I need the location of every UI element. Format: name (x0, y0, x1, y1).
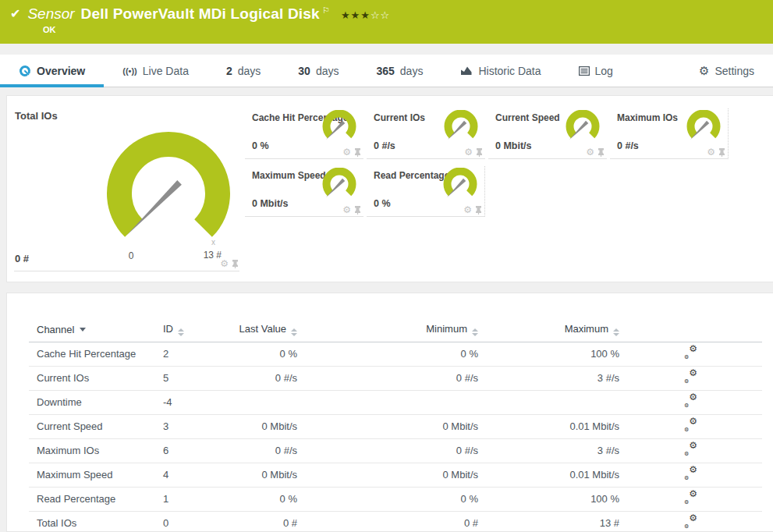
channel-maximum: 3 #/s (483, 438, 624, 463)
tab-live-data[interactable]: ((•)) Live Data (104, 55, 207, 87)
channel-id: -4 (163, 390, 232, 414)
secondary-gauges: Cache Hit Percentage 0 % ⚙ Current IOs 0… (245, 108, 773, 282)
tab-label: Live Data (143, 65, 189, 77)
gauge-tools: ⚙ (707, 147, 725, 158)
channel-last-value: 0 % (232, 487, 302, 511)
pin-icon[interactable] (354, 206, 361, 215)
tab-365-days[interactable]: 365 days (357, 55, 441, 87)
pin-icon[interactable] (718, 148, 725, 157)
pin-icon[interactable] (597, 148, 605, 157)
priority-stars[interactable]: ★★★☆☆ (341, 9, 390, 21)
chart-icon (460, 66, 473, 76)
tab-label: days (238, 65, 261, 77)
channel-maximum: 13 # (483, 511, 624, 532)
table-row: Cache Hit Percentage 2 0 % 0 % 100 % ⚙⚙ (29, 342, 762, 366)
tab-historic-data[interactable]: Historic Data (441, 55, 559, 87)
gear-icon[interactable]: ⚙ (463, 204, 472, 215)
channel-name[interactable]: Maximum IOs (29, 438, 163, 463)
channel-name[interactable]: Cache Hit Percentage (29, 342, 163, 366)
flag-icon[interactable]: ⚐ (322, 5, 330, 15)
tab-label: Overview (37, 65, 85, 77)
gear-icon[interactable]: ⚙ (342, 204, 351, 215)
mini-gauge (564, 110, 601, 146)
channel-name[interactable]: Read Percentage (29, 487, 163, 511)
tab-2-days[interactable]: 2 days (207, 55, 279, 87)
column-header-maximum[interactable]: Maximum (483, 321, 624, 342)
mini-gauge (685, 110, 722, 146)
gauge-tools: ⚙ (586, 147, 605, 158)
tab-label: Log (595, 65, 613, 77)
gauge-value: 0 #/s (374, 140, 395, 151)
gauge-cell-current-speed: Current Speed 0 Mbit/s ⚙ (488, 108, 607, 159)
gear-icon[interactable]: ⚙ (342, 147, 351, 158)
gear-icon[interactable]: ⚙ (586, 147, 594, 158)
channel-settings-icon[interactable]: ⚙⚙ (684, 395, 697, 407)
channel-settings-icon[interactable]: ⚙⚙ (684, 468, 697, 480)
pin-icon[interactable] (475, 206, 482, 215)
channel-name[interactable]: Current IOs (29, 366, 163, 390)
channel-id: 0 (163, 511, 232, 532)
gauge-tools: ⚙ (342, 147, 361, 158)
channel-settings-icon[interactable]: ⚙⚙ (684, 371, 697, 383)
channel-settings-icon[interactable]: ⚙⚙ (684, 444, 697, 456)
gear-icon[interactable]: ⚙ (220, 258, 229, 269)
channel-name[interactable]: Current Speed (29, 414, 163, 438)
table-row: Read Percentage 1 0 % 0 % 100 % ⚙⚙ (29, 487, 762, 511)
pin-icon[interactable] (476, 148, 483, 157)
tab-log[interactable]: Log (560, 55, 632, 87)
channel-last-value: 0 # (232, 511, 302, 532)
channel-minimum: 0 #/s (302, 366, 483, 390)
gear-icon[interactable]: ⚙ (464, 147, 473, 158)
column-header-last-value[interactable]: Last Value (232, 321, 302, 342)
tab-settings[interactable]: ⚙ Settings (680, 55, 773, 87)
gauge-cell-maximum-speed: Maximum Speed 0 Mbit/s ⚙ (245, 166, 363, 217)
ok-check-icon: ✔ (10, 6, 20, 21)
column-header-id[interactable]: ID (163, 321, 232, 342)
pin-icon[interactable] (354, 148, 361, 157)
channel-maximum: 0.01 Mbit/s (483, 414, 624, 438)
column-header-minimum[interactable]: Minimum (302, 321, 483, 342)
tab-30-days[interactable]: 30 days (279, 55, 357, 87)
gauge-value: 0 Mbit/s (252, 198, 289, 209)
gauge-tools: ⚙ (464, 147, 483, 158)
channel-id: 3 (163, 414, 232, 438)
gear-icon[interactable]: ⚙ (707, 147, 715, 158)
gauge-scale-max: 13 # (204, 250, 222, 261)
channel-id: 1 (163, 487, 232, 511)
tab-overview[interactable]: Overview (0, 55, 104, 87)
mini-gauge (321, 110, 358, 146)
channel-settings-icon[interactable]: ⚙⚙ (684, 492, 697, 504)
pin-icon[interactable] (232, 260, 239, 268)
channel-minimum: 0 #/s (302, 438, 483, 463)
channel-minimum: 0 % (302, 342, 483, 366)
broadcast-icon: ((•)) (122, 66, 137, 76)
gauge-cell-maximum-ios: Maximum IOs 0 #/s ⚙ (610, 108, 729, 159)
channel-minimum: 0 Mbit/s (302, 414, 483, 438)
gauge-label: Total IOs (15, 110, 58, 122)
gauge-cell-total-ios: Total IOs 0 x 13 # 0 # ⚙ (7, 96, 245, 282)
channels-panel: Channel ID Last Value Minimum Maximum Ca… (6, 293, 773, 532)
gauge-cell-current-ios: Current IOs 0 #/s ⚙ (367, 108, 485, 159)
channel-maximum (483, 390, 624, 414)
channel-minimum: 0 # (302, 511, 483, 532)
gauge-icon (19, 65, 31, 77)
mini-gauge (442, 110, 480, 146)
gauge-cell-cache-hit-percentage: Cache Hit Percentage 0 % ⚙ (245, 108, 363, 159)
channel-last-value: 0 % (232, 342, 302, 366)
status-badge: OK (43, 25, 773, 34)
channel-name[interactable]: Downtime (29, 390, 163, 414)
channel-settings-icon[interactable]: ⚙⚙ (684, 347, 697, 359)
gauge-value: 0 Mbit/s (495, 140, 532, 151)
channel-name[interactable]: Total IOs (29, 511, 163, 532)
page-title: Dell PowerVault MDi Logical Disk⚐ (81, 5, 330, 23)
column-header-channel[interactable]: Channel (29, 321, 163, 342)
channel-settings-icon[interactable]: ⚙⚙ (684, 420, 697, 431)
gauge-cell-read-percentage: Read Percentage 0 % ⚙ (367, 166, 485, 217)
tab-label: Historic Data (478, 65, 541, 77)
gauge-tools: ⚙ (220, 258, 239, 269)
column-header-actions (624, 321, 762, 342)
channel-last-value (232, 390, 302, 414)
channel-name[interactable]: Maximum Speed (29, 463, 163, 487)
gauge-tools: ⚙ (342, 204, 361, 215)
channel-settings-icon[interactable]: ⚙⚙ (684, 516, 697, 528)
